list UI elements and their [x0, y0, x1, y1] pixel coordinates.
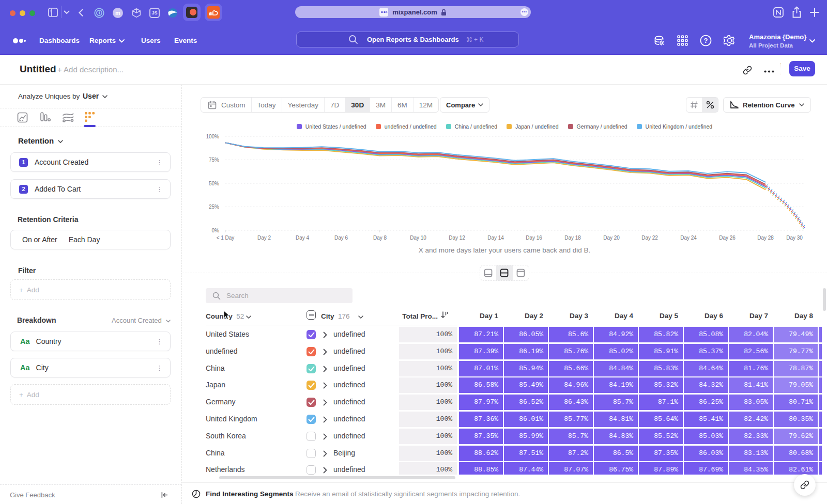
svg-text:?: ?	[704, 37, 708, 44]
